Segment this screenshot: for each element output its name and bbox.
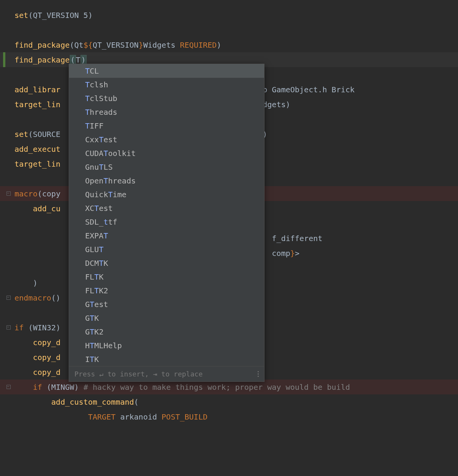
code-line[interactable]: add_custom_command(: [0, 394, 458, 409]
completion-item[interactable]: HTMLHelp: [69, 339, 264, 352]
fold-icon[interactable]: [6, 385, 11, 389]
match-highlight: T: [85, 66, 90, 76]
keyword-set: set: [15, 11, 28, 20]
match-highlight: T: [108, 190, 113, 199]
code-line-empty[interactable]: [0, 23, 458, 37]
match-highlight: T: [85, 80, 90, 89]
completion-item[interactable]: CUDAToolkit: [69, 146, 264, 160]
completion-item[interactable]: FLTK: [69, 270, 264, 284]
completion-item[interactable]: GTK2: [69, 325, 264, 339]
completion-item[interactable]: TCL: [69, 64, 264, 78]
cursor-position[interactable]: ): [81, 55, 87, 65]
comment: # hacky way to make things work; proper …: [84, 383, 350, 392]
match-highlight: T: [90, 314, 94, 323]
match-highlight: T: [94, 272, 99, 281]
completion-item[interactable]: GTK: [69, 311, 264, 325]
completion-item[interactable]: ITK: [69, 352, 264, 366]
keyword-macro: macro: [15, 189, 37, 198]
cmd-find-package: find_package: [15, 40, 70, 50]
match-highlight: T: [94, 204, 99, 213]
completion-item[interactable]: GnuTLS: [69, 160, 264, 174]
cmd-find-package: find_package: [15, 55, 70, 64]
completion-item[interactable]: FLTK2: [69, 284, 264, 298]
more-options-icon[interactable]: [258, 371, 259, 377]
completion-item[interactable]: Tclsh: [69, 78, 264, 92]
completion-item[interactable]: EXPAT: [69, 229, 264, 243]
tab-key-icon: ⇥: [153, 370, 157, 378]
match-highlight: T: [103, 231, 108, 240]
completion-item[interactable]: GTest: [69, 298, 264, 311]
match-highlight: T: [99, 135, 103, 144]
code-text: (QT_VERSION 5): [28, 11, 93, 20]
match-highlight: T: [103, 176, 108, 185]
completion-item[interactable]: TclStub: [69, 92, 264, 105]
completion-item[interactable]: CxxTest: [69, 133, 264, 146]
match-highlight: T: [99, 259, 103, 268]
match-highlight: t: [103, 217, 108, 227]
code-line[interactable]: find_package(Qt${QT_VERSION}Widgets REQU…: [0, 37, 458, 52]
match-highlight: T: [99, 245, 103, 254]
completion-item[interactable]: XCTest: [69, 201, 264, 215]
fold-icon[interactable]: [6, 296, 11, 300]
completion-item[interactable]: GLUT: [69, 243, 264, 256]
completion-item[interactable]: OpenThreads: [69, 174, 264, 188]
keyword-endmacro: endmacro: [15, 293, 51, 302]
completion-item[interactable]: DCMTK: [69, 256, 264, 270]
matched-paren: (: [70, 55, 76, 65]
footer-hint: Press ↵ to insert, ⇥ to replace: [74, 370, 203, 378]
completion-item[interactable]: SDL_ttf: [69, 215, 264, 229]
fold-icon[interactable]: [6, 325, 11, 330]
typed-text: T: [76, 55, 81, 64]
fold-icon[interactable]: [6, 191, 11, 196]
match-highlight: T: [90, 327, 94, 336]
keyword-required: REQUIRED: [180, 40, 217, 50]
completion-list[interactable]: TCLTclshTclStubThreadsTIFFCxxTestCUDAToo…: [69, 64, 264, 366]
match-highlight: T: [90, 300, 94, 309]
match-highlight: T: [85, 108, 90, 117]
keyword-if: if: [15, 323, 24, 332]
code-line[interactable]: TARGET arkanoid POST_BUILD: [0, 409, 458, 424]
completion-item[interactable]: QuickTime: [69, 188, 264, 201]
code-line[interactable]: set(QT_VERSION 5): [0, 8, 458, 23]
autocomplete-popup[interactable]: TCLTclshTclStubThreadsTIFFCxxTestCUDAToo…: [69, 64, 264, 382]
match-highlight: T: [99, 162, 103, 172]
enter-key-icon: ↵: [99, 370, 103, 378]
match-highlight: T: [90, 355, 94, 364]
match-highlight: T: [85, 94, 90, 103]
popup-footer: Press ↵ to insert, ⇥ to replace: [69, 366, 264, 381]
match-highlight: T: [90, 341, 94, 350]
completion-item[interactable]: TIFF: [69, 119, 264, 133]
match-highlight: T: [103, 149, 108, 158]
keyword-if: if: [33, 383, 42, 392]
match-highlight: T: [85, 121, 90, 130]
change-marker: [3, 52, 5, 67]
completion-item[interactable]: Threads: [69, 105, 264, 119]
match-highlight: T: [94, 286, 99, 295]
